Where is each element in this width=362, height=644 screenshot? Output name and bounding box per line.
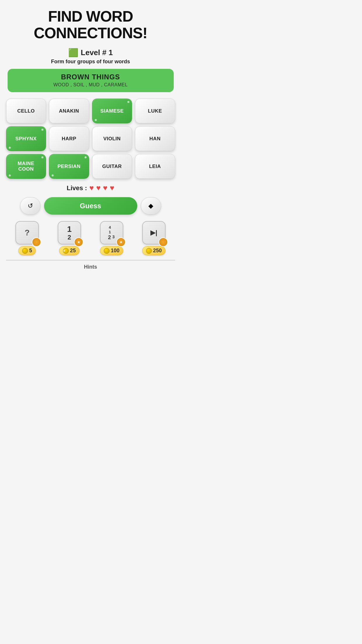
hint-cost-1: 5: [18, 246, 36, 255]
refresh-icon: ↺: [28, 202, 33, 210]
coin-icon-3: [104, 248, 110, 254]
num-blank: [112, 230, 115, 234]
erase-button[interactable]: ◆: [141, 197, 161, 215]
word-tile-1[interactable]: CELLO: [6, 99, 46, 123]
word-tile-9[interactable]: MAINECOON: [6, 154, 46, 179]
hint-icon-numbers1234: 4 1 2 3 ★: [100, 221, 123, 244]
subtitle: Form four groups of four words: [51, 59, 130, 65]
num2: 2: [108, 235, 111, 241]
word-tile-12[interactable]: LEIA: [135, 154, 175, 179]
numbers12-icon: 1 2: [67, 225, 72, 241]
hint-card-1[interactable]: ? 5: [15, 221, 39, 255]
num-top-right: [112, 225, 115, 230]
lives-label: Lives :: [67, 184, 87, 192]
word-tile-5[interactable]: SPHYNX: [6, 126, 46, 151]
hint-card-3[interactable]: 4 1 2 3 ★ 100: [100, 221, 123, 255]
heart-4: ♥: [110, 183, 114, 192]
level-text: Level # 1: [81, 48, 113, 57]
num4: 4: [108, 225, 111, 230]
heart-3: ♥: [103, 183, 107, 192]
heart-1: ♥: [89, 183, 94, 192]
question-mark-icon: ?: [24, 228, 29, 237]
coin-icon-1: [22, 248, 28, 254]
hints-section: ? 5 1 2 ★ ★ 25: [6, 221, 175, 270]
word-tile-3[interactable]: SIAMESE: [92, 99, 132, 123]
hint-icon-question: ?: [15, 221, 39, 244]
banner-words: WOOD , SOIL , MUD , CARAMEL: [13, 82, 168, 88]
level-icon: 🟩: [68, 48, 78, 57]
word-tile-10[interactable]: PERSIAN: [49, 154, 89, 179]
hint-cost-label-2: 25: [70, 248, 76, 254]
word-tile-7[interactable]: VIOLIN: [92, 126, 132, 151]
word-tile-11[interactable]: GUITAR: [92, 154, 132, 179]
hint-badge-2: ★: [74, 237, 83, 247]
hint-badge-3: ★: [116, 237, 126, 247]
refresh-button[interactable]: ↺: [20, 197, 41, 215]
hints-cards-row: ? 5 1 2 ★ ★ 25: [6, 221, 175, 255]
word-tile-8[interactable]: HAN: [135, 126, 175, 151]
heart-2: ♥: [96, 183, 101, 192]
star2-icon: ★: [63, 249, 65, 252]
lives-row: Lives : ♥ ♥ ♥ ♥: [67, 183, 114, 192]
star3-icon: ★: [120, 240, 122, 244]
hint-cost-4: 250: [142, 246, 166, 255]
banner-title: BROWN THINGS: [13, 73, 168, 81]
word-tile-2[interactable]: ANAKIN: [49, 99, 89, 123]
hint-cost-label-1: 5: [29, 248, 32, 254]
hint-cost-3: 100: [100, 246, 123, 255]
num3: 3: [112, 235, 115, 241]
hints-divider: [6, 260, 175, 260]
hint-card-2[interactable]: 1 2 ★ ★ 25: [58, 221, 81, 255]
word-grid: CELLOANAKINSIAMESELUKESPHYNXHARPVIOLINHA…: [6, 99, 175, 179]
solved-category-banner: BROWN THINGS WOOD , SOIL , MUD , CARAMEL: [8, 69, 174, 92]
hint-icon-play: ▶|: [142, 221, 166, 244]
hint-card-4[interactable]: ▶| 250: [142, 221, 166, 255]
play-icon: ▶|: [150, 229, 157, 237]
action-buttons-row: ↺ Guess ◆: [6, 197, 175, 215]
hint-icon-numbers12: 1 2 ★: [58, 221, 81, 244]
erase-icon: ◆: [148, 202, 153, 210]
coin-icon-4: [146, 248, 152, 254]
hint-cost-2: ★ 25: [59, 246, 80, 255]
hint-badge-1: [32, 237, 41, 247]
word-tile-4[interactable]: LUKE: [135, 99, 175, 123]
guess-button[interactable]: Guess: [44, 197, 137, 215]
hints-label: Hints: [84, 264, 97, 270]
hint-cost-label-4: 250: [153, 248, 162, 254]
num1: 1: [108, 230, 111, 234]
word-tile-6[interactable]: HARP: [49, 126, 89, 151]
star-icon: ★: [77, 240, 80, 244]
hint-badge-4: [159, 237, 168, 247]
page-title: FIND WORD CONNECTIONS!: [34, 8, 147, 41]
hint-cost-label-3: 100: [111, 248, 120, 254]
